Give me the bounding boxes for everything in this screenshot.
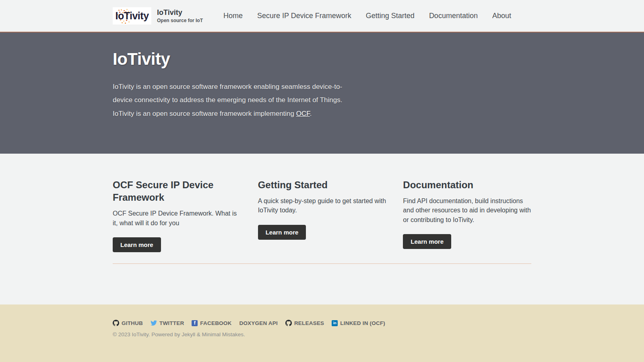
facebook-icon: f bbox=[192, 320, 198, 326]
feature-text: Find API documentation, build instructio… bbox=[403, 196, 531, 224]
feature-title: OCF Secure IP Device Framework bbox=[113, 179, 241, 204]
feature-text: A quick step-by-step guide to get starte… bbox=[258, 196, 386, 215]
hero-banner: IoTivity IoTivity is an open source soft… bbox=[0, 32, 644, 154]
site-title: IoTivity bbox=[157, 8, 203, 17]
primary-nav: Home Secure IP Device Framework Getting … bbox=[223, 12, 531, 20]
nav-item-documentation[interactable]: Documentation bbox=[429, 12, 478, 20]
site-logo[interactable]: IoTivity bbox=[113, 7, 151, 25]
nav-item-home[interactable]: Home bbox=[223, 12, 243, 20]
ocf-link[interactable]: OCF bbox=[296, 110, 310, 117]
section-divider bbox=[113, 263, 531, 264]
feature-text: OCF Secure IP Device Framework. What is … bbox=[113, 209, 241, 227]
copyright-text: & bbox=[195, 331, 202, 337]
footer-link-label: GITHUB bbox=[122, 320, 143, 326]
copyright-text: © 2023 IoTivity. Powered by bbox=[113, 331, 182, 337]
footer-social-links: GITHUB TWITTER f FACEBOOK DOXYGEN API bbox=[113, 320, 531, 326]
footer-link-label: FACEBOOK bbox=[200, 320, 231, 326]
hero-title: IoTivity bbox=[113, 49, 531, 69]
feature-row: OCF Secure IP Device Framework OCF Secur… bbox=[113, 154, 531, 252]
logo-wordmark: IoTivity bbox=[115, 10, 149, 22]
linkedin-icon: in bbox=[332, 320, 338, 326]
main-content: OCF Secure IP Device Framework OCF Secur… bbox=[0, 154, 644, 304]
footer-link-label: TWITTER bbox=[159, 320, 184, 326]
copyright-text: . bbox=[244, 331, 245, 337]
feature-documentation: Documentation Find API documentation, bu… bbox=[403, 179, 531, 252]
site-subtitle: Open source for IoT bbox=[157, 18, 203, 23]
jekyll-link[interactable]: Jekyll bbox=[182, 331, 195, 337]
learn-more-button-framework[interactable]: Learn more bbox=[113, 237, 161, 252]
footer-link-releases[interactable]: RELEASES bbox=[285, 320, 324, 326]
site-identity: IoTivity Open source for IoT bbox=[157, 8, 203, 24]
feature-title: Documentation bbox=[403, 179, 531, 191]
minimal-mistakes-link[interactable]: Minimal Mistakes bbox=[202, 331, 244, 337]
learn-more-button-documentation[interactable]: Learn more bbox=[403, 234, 451, 249]
feature-title: Getting Started bbox=[258, 179, 386, 191]
learn-more-button-getting-started[interactable]: Learn more bbox=[258, 225, 306, 240]
copyright-notice: © 2023 IoTivity. Powered by Jekyll & Min… bbox=[113, 331, 531, 337]
nav-item-about[interactable]: About bbox=[492, 12, 511, 20]
page-footer: GITHUB TWITTER f FACEBOOK DOXYGEN API bbox=[0, 304, 644, 362]
footer-link-twitter[interactable]: TWITTER bbox=[151, 320, 184, 326]
footer-link-label: LINKED IN (OCF) bbox=[340, 320, 385, 326]
twitter-icon bbox=[151, 320, 157, 326]
feature-ocf-secure-ip-device-framework: OCF Secure IP Device Framework OCF Secur… bbox=[113, 179, 241, 252]
github-icon bbox=[113, 320, 119, 326]
footer-link-facebook[interactable]: f FACEBOOK bbox=[192, 320, 231, 326]
hero-description: IoTivity is an open source software fram… bbox=[113, 80, 356, 120]
footer-link-label: RELEASES bbox=[294, 320, 324, 326]
hero-description-period: . bbox=[310, 110, 312, 117]
footer-link-label: DOXYGEN API bbox=[239, 320, 277, 326]
masthead: IoTivity IoTivity Open source for IoT Ho… bbox=[0, 0, 644, 32]
nav-item-secure-ip-device-framework[interactable]: Secure IP Device Framework bbox=[257, 12, 351, 20]
github-icon bbox=[285, 320, 292, 326]
footer-link-doxygen-api[interactable]: DOXYGEN API bbox=[239, 320, 277, 326]
nav-item-getting-started[interactable]: Getting Started bbox=[366, 12, 415, 20]
footer-link-github[interactable]: GITHUB bbox=[113, 320, 143, 326]
footer-link-linkedin[interactable]: in LINKED IN (OCF) bbox=[332, 320, 385, 326]
feature-getting-started: Getting Started A quick step-by-step gui… bbox=[258, 179, 386, 252]
